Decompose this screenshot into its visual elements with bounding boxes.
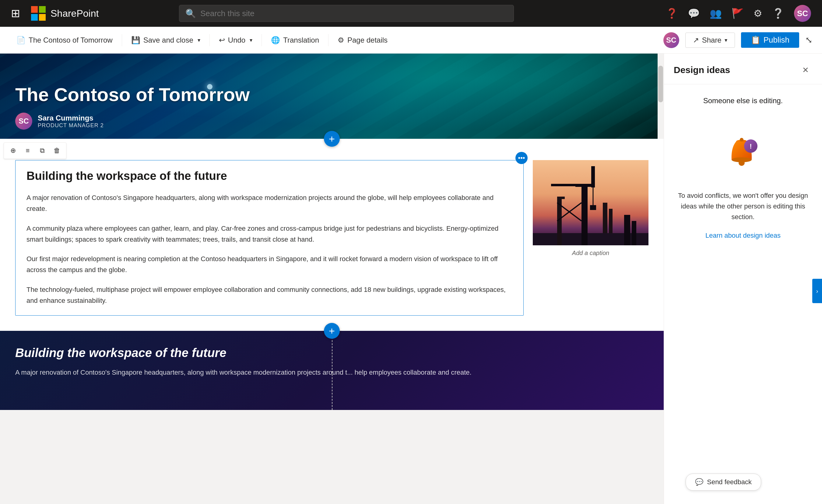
dark-section-body: A major renovation of Contoso's Singapor… [15, 367, 636, 378]
dark-section: Building the workspace of the future A m… [0, 331, 664, 410]
section-move-btn[interactable]: ⊕ [7, 144, 19, 157]
translation-btn[interactable]: 🌐 Translation [264, 30, 326, 50]
image-webpart: Add a caption [533, 160, 649, 316]
main-layout: The Contoso of Tomorrow SC Sara Cummings… [0, 54, 822, 504]
search-box[interactable]: 🔍 [179, 5, 514, 22]
two-column-layout: ••• Building the workspace of the future… [15, 145, 649, 316]
design-panel-close-button[interactable]: ✕ [799, 63, 812, 77]
svg-rect-13 [562, 196, 565, 199]
waffle-icon[interactable]: ⊞ [11, 7, 20, 20]
undo-dropdown-icon[interactable]: ▾ [250, 37, 253, 43]
svg-rect-3 [39, 14, 46, 21]
toolbar-avatar[interactable]: SC [664, 32, 679, 48]
dashed-divider [332, 331, 333, 410]
article-body[interactable]: A major renovation of Contoso's Singapor… [26, 192, 512, 306]
top-navbar: ⊞ SharePoint 🔍 ❓ 💬 👥 🚩 ⚙ ❔ SC [0, 0, 822, 27]
text-webpart: ••• Building the workspace of the future… [15, 160, 524, 316]
toolbar-separator-1 [122, 34, 122, 46]
search-container: 🔍 [179, 5, 514, 22]
publish-button[interactable]: 📋 Publish [741, 32, 799, 48]
toolbar-separator-2 [210, 34, 210, 46]
help-circle-icon[interactable]: ❓ [666, 8, 678, 19]
share-icon: ↗ [693, 36, 699, 44]
translation-icon: 🌐 [271, 36, 280, 44]
hero-author: SC Sara Cummings PRODUCT MANAGER 2 [15, 113, 250, 130]
page-scrollbar[interactable] [658, 54, 664, 139]
toolbar-right-group: SC ↗ Share ▾ 📋 Publish ⤡ [664, 32, 812, 48]
svg-rect-5 [533, 233, 649, 245]
svg-rect-0 [31, 6, 38, 13]
app-name[interactable]: SharePoint [50, 8, 99, 19]
svg-rect-19 [632, 221, 636, 245]
svg-rect-8 [551, 184, 594, 186]
page-details-btn[interactable]: ⚙ Page details [331, 30, 394, 50]
section-toolbar: ⊕ ≡ ⧉ 🗑 [4, 142, 66, 159]
minimize-icon[interactable]: ⤡ [805, 35, 812, 45]
add-section-top-button[interactable]: + [324, 131, 340, 147]
section-delete-btn[interactable]: 🗑 [51, 144, 63, 157]
bell-svg: ! [719, 123, 768, 178]
section-settings-btn[interactable]: ≡ [22, 144, 34, 157]
hero-author-info: Sara Cummings PRODUCT MANAGER 2 [38, 114, 104, 129]
svg-rect-14 [603, 203, 607, 233]
undo-label: Undo [228, 36, 246, 44]
hero-title: The Contoso of Tomorrow [15, 84, 250, 105]
construction-image [533, 160, 649, 245]
svg-point-22 [739, 160, 745, 166]
page-tab[interactable]: 📄 The Contoso of Tomorrow [10, 30, 119, 50]
design-ideas-panel: Design ideas ✕ Someone else is editing. [664, 54, 822, 504]
section-duplicate-btn[interactable]: ⧉ [36, 144, 48, 157]
hero-section: The Contoso of Tomorrow SC Sara Cummings… [0, 54, 664, 139]
svg-rect-4 [533, 160, 649, 245]
search-icon: 🔍 [185, 9, 196, 19]
panel-collapse-button[interactable]: › [812, 279, 822, 303]
save-close-label: Save and close [143, 36, 193, 44]
article-heading: Building the workspace of the future [26, 169, 512, 182]
learn-design-ideas-link[interactable]: Learn about design ideas [705, 231, 781, 239]
content-section: ⊕ ≡ ⧉ 🗑 ••• Building the workspace of th… [0, 139, 664, 331]
article-para-4: The technology-fueled, multiphase projec… [26, 284, 512, 307]
nav-icon-group: ❓ 💬 👥 🚩 ⚙ ❔ SC [666, 5, 811, 22]
question-icon[interactable]: ❔ [772, 8, 784, 19]
page-scrollbar-thumb[interactable] [658, 66, 663, 102]
save-dropdown-icon[interactable]: ▾ [197, 37, 200, 43]
user-avatar[interactable]: SC [794, 5, 811, 22]
image-caption[interactable]: Add a caption [572, 249, 609, 257]
article-para-1: A major renovation of Contoso's Singapor… [26, 192, 512, 214]
save-close-btn[interactable]: 💾 Save and close ▾ [124, 30, 207, 50]
article-para-3: Our first major redevelopment is nearing… [26, 254, 512, 276]
people-icon[interactable]: 👥 [710, 8, 722, 19]
comment-icon[interactable]: 💬 [688, 8, 700, 19]
nav-logo: SharePoint [31, 6, 99, 21]
send-feedback-button[interactable]: 💬 Send feedback [686, 474, 761, 491]
svg-rect-6 [581, 184, 587, 245]
add-section-bottom-button[interactable]: + [324, 323, 340, 339]
svg-text:!: ! [750, 142, 752, 150]
svg-rect-2 [31, 14, 38, 21]
page-icon: 📄 [16, 36, 26, 44]
save-icon: 💾 [131, 36, 140, 44]
flag-icon[interactable]: 🚩 [732, 8, 744, 19]
share-button[interactable]: ↗ Share ▾ [685, 33, 735, 48]
webpart-dot-menu[interactable]: ••• [515, 152, 528, 164]
hero-author-name: Sara Cummings [38, 114, 104, 122]
undo-btn[interactable]: ↩ Undo ▾ [212, 30, 259, 50]
share-dropdown-icon[interactable]: ▾ [725, 37, 727, 43]
page-details-icon: ⚙ [338, 36, 344, 44]
search-input[interactable] [200, 9, 507, 18]
editing-notice: Someone else is editing. [703, 96, 783, 105]
toolbar-separator-4 [328, 34, 329, 46]
page-details-label: Page details [347, 36, 388, 44]
settings-icon[interactable]: ⚙ [754, 8, 762, 19]
hero-author-role: PRODUCT MANAGER 2 [38, 122, 104, 129]
svg-rect-15 [609, 209, 612, 233]
publish-icon: 📋 [751, 35, 761, 45]
hero-content: The Contoso of Tomorrow SC Sara Cummings… [15, 84, 250, 130]
translation-label: Translation [283, 36, 319, 44]
feedback-icon: 💬 [695, 478, 703, 486]
editor-toolbar: 📄 The Contoso of Tomorrow 💾 Save and clo… [0, 27, 822, 54]
svg-rect-1 [39, 6, 46, 13]
toolbar-separator-3 [262, 34, 262, 46]
feedback-label: Send feedback [707, 478, 752, 486]
design-panel-description: To avoid conflicts, we won't offer you d… [675, 190, 811, 222]
